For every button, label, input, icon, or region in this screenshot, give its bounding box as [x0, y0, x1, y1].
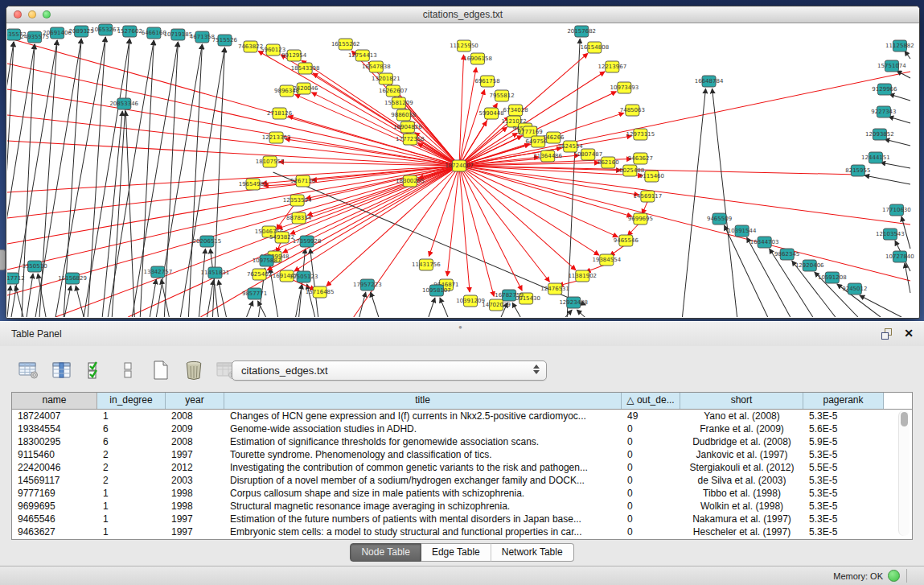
hidden-panel-tab[interactable] — [0, 249, 6, 270]
graph-node[interactable]: 10391209 — [456, 295, 485, 307]
rows-icon[interactable] — [117, 360, 139, 381]
graph-edge[interactable] — [459, 166, 576, 270]
graph-node[interactable]: 4671358 — [190, 31, 215, 43]
graph-node[interactable]: 16547838 — [362, 61, 391, 72]
graph-node[interactable]: 17710630 — [882, 204, 911, 216]
graph-edge[interactable] — [371, 292, 379, 317]
table-row[interactable]: 1872400712008Changes of HCN gene express… — [12, 410, 912, 422]
graph-edge[interactable] — [7, 141, 459, 166]
graph-edge[interactable] — [295, 94, 459, 166]
graph-edge[interactable] — [627, 224, 639, 236]
graph-edge[interactable] — [713, 89, 737, 317]
graph-node[interactable]: 9129966 — [872, 84, 897, 95]
close-panel-icon[interactable]: ✕ — [904, 327, 914, 340]
graph-node[interactable]: 9857771 — [242, 288, 267, 299]
graph-node[interactable]: 12444151 — [861, 152, 890, 163]
graph-edge[interactable] — [290, 166, 459, 234]
graph-node[interactable]: 12213363 — [262, 132, 291, 143]
graph-edge[interactable] — [459, 55, 464, 166]
graph-node[interactable]: 18107553 — [256, 156, 285, 167]
memory-ok-icon[interactable] — [888, 570, 900, 582]
graph-node[interactable]: 20157682 — [567, 26, 596, 37]
column-header-short[interactable]: short — [680, 393, 803, 409]
graph-edge[interactable] — [247, 301, 253, 317]
graph-edge[interactable] — [905, 263, 910, 293]
graph-node[interactable]: 10727840 — [885, 251, 914, 262]
table-row[interactable]: 946554611997Estimation of the future num… — [12, 513, 912, 525]
graph-node[interactable]: 10973493 — [610, 82, 639, 93]
graph-node[interactable]: 9862345 — [774, 249, 799, 260]
graph-edge[interactable] — [7, 166, 459, 244]
table-row[interactable]: 946362711997Embryonic stem cells: a mode… — [12, 525, 912, 538]
graph-node[interactable]: 6466160 — [142, 27, 166, 39]
graph-node[interactable]: 5990448 — [478, 108, 503, 119]
graph-node[interactable]: 12353594 — [283, 195, 312, 206]
column-header-name[interactable]: name — [12, 393, 97, 409]
column-header-year[interactable]: year — [166, 393, 224, 409]
graph-node[interactable]: 7485063 — [620, 105, 645, 116]
scrollbar-thumb[interactable] — [901, 412, 908, 426]
column-visibility-icon[interactable] — [51, 360, 73, 381]
graph-edge[interactable] — [459, 166, 522, 290]
table-panel-header[interactable]: ● Table Panel ✕ — [0, 321, 924, 346]
table-row[interactable]: 969969511998Structural magnetic resonanc… — [12, 500, 912, 513]
tab-node-table[interactable]: Node Table — [350, 543, 421, 562]
graph-edge[interactable] — [27, 274, 33, 317]
graph-edge[interactable] — [125, 111, 134, 317]
graph-node[interactable]: 1527602 — [117, 26, 142, 37]
graph-edge[interactable] — [889, 94, 910, 101]
graph-node[interactable]: 7463822 — [238, 41, 263, 52]
graph-node[interactable]: 11431756 — [412, 259, 441, 270]
graph-node[interactable]: 16155262 — [331, 39, 360, 50]
graph-node[interactable]: 9465509 — [707, 213, 732, 225]
table-settings-icon[interactable] — [18, 360, 40, 381]
column-header-out_de[interactable]: △ out_de... — [622, 393, 680, 409]
graph-edge[interactable] — [447, 166, 459, 276]
graph-edge[interactable] — [864, 175, 910, 184]
graph-node[interactable]: 12213967 — [598, 61, 626, 72]
table-row[interactable]: 1938455462009Genome-wide association stu… — [12, 422, 912, 435]
graph-node[interactable]: 6734028 — [503, 105, 528, 116]
graph-node[interactable]: 6961758 — [474, 76, 499, 87]
graph-node[interactable]: 9463627 — [628, 153, 653, 164]
graph-node[interactable]: 16154808 — [580, 42, 609, 53]
column-header-pagerank[interactable]: pagerank — [803, 393, 884, 409]
graph-node[interactable]: 11156829 — [58, 273, 87, 284]
close-window-icon[interactable] — [14, 10, 22, 19]
graph-node[interactable]: 12103543 — [876, 229, 905, 240]
graph-node[interactable]: 12093852 — [865, 129, 894, 140]
graph-node[interactable]: 15581209 — [384, 97, 413, 109]
column-header-in_degree[interactable]: in_degree — [97, 393, 166, 409]
graph-edge[interactable] — [210, 249, 218, 317]
graph-node[interactable]: 2089325 — [69, 26, 94, 37]
graph-node[interactable]: 16648784 — [695, 76, 724, 87]
graph-node[interactable]: 9699695 — [628, 213, 653, 225]
graph-edge[interactable] — [642, 201, 647, 214]
graph-edge[interactable] — [881, 163, 910, 168]
delete-table-icon[interactable] — [183, 360, 205, 381]
graph-node[interactable]: 11125950 — [450, 40, 478, 51]
graph-edge[interactable] — [459, 166, 910, 281]
graph-node[interactable]: 16262607 — [379, 85, 408, 97]
graph-node[interactable]: 10653267 — [91, 24, 120, 35]
graph-edge[interactable] — [76, 286, 84, 317]
table-row[interactable]: 1830029562008Estimation of significance … — [12, 435, 912, 448]
graph-edge[interactable] — [150, 279, 156, 317]
graph-node[interactable]: 3917712 — [7, 273, 25, 284]
graph-node[interactable]: 19384554 — [592, 254, 621, 266]
graph-edge[interactable] — [218, 280, 226, 317]
graph-node[interactable]: 862160 — [598, 157, 619, 168]
graph-node[interactable]: 14569117 — [634, 191, 663, 202]
panel-drag-handle-icon[interactable]: ● — [458, 323, 463, 331]
vertical-scrollbar[interactable] — [898, 410, 910, 536]
graph-edge[interactable] — [459, 166, 549, 282]
graph-edge[interactable] — [306, 166, 459, 199]
graph-node[interactable]: 13201821 — [372, 73, 400, 84]
table-row[interactable]: 1456911722003Disruption of a novel membe… — [12, 474, 912, 487]
graph-edge[interactable] — [565, 310, 572, 317]
graph-node[interactable]: 9245012 — [842, 283, 867, 295]
graph-node[interactable]: 10719185 — [164, 29, 193, 40]
graph-node[interactable]: 7515526 — [212, 35, 238, 46]
minimize-window-icon[interactable] — [28, 10, 36, 19]
graph-edge[interactable] — [512, 303, 520, 317]
